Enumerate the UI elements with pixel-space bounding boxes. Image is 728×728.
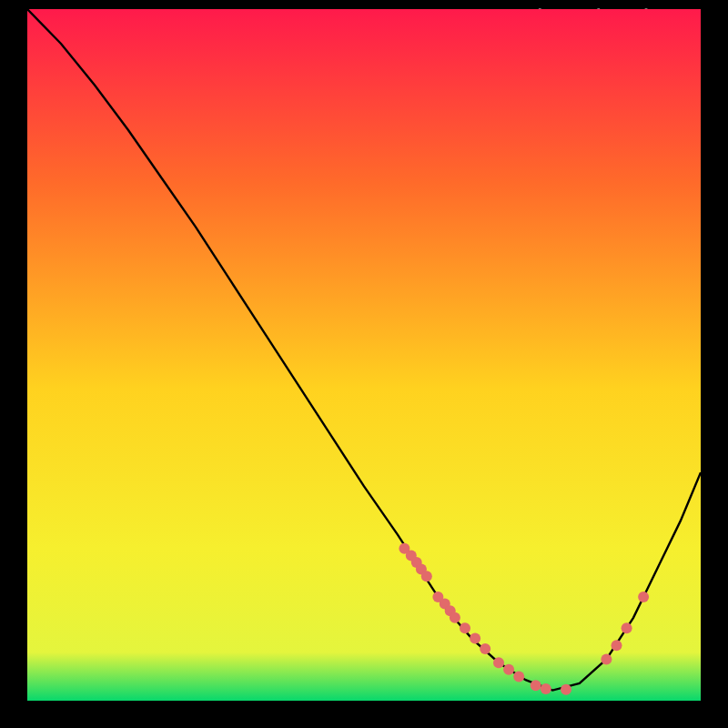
chart-background [27, 9, 701, 701]
scatter-dot [612, 640, 622, 651]
scatter-dot [470, 633, 480, 644]
scatter-dot [531, 680, 541, 691]
scatter-dot [561, 684, 571, 695]
scatter-dot [450, 612, 460, 623]
scatter-dot [541, 683, 551, 694]
scatter-dot [480, 643, 490, 654]
chart-frame [27, 9, 701, 701]
scatter-dot [421, 571, 432, 581]
scatter-dot [493, 657, 504, 668]
scatter-dot [503, 664, 514, 675]
scatter-dot [601, 653, 612, 664]
bottleneck-chart [27, 9, 701, 701]
scatter-dot [622, 622, 632, 633]
scatter-dot [638, 592, 649, 602]
scatter-dot [460, 622, 470, 633]
scatter-dot [513, 671, 524, 682]
